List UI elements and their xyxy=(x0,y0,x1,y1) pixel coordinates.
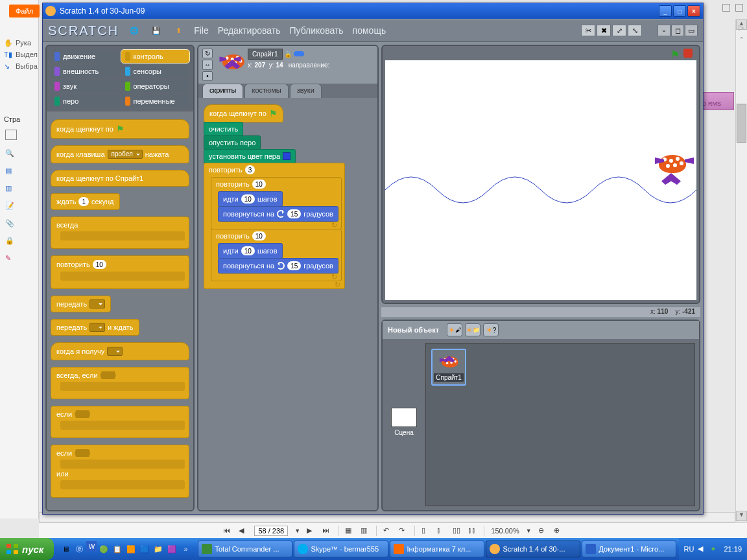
ql-desktop[interactable]: 🖥 xyxy=(59,541,72,557)
rotate-left-icon[interactable]: ↶ xyxy=(383,526,392,535)
language-icon[interactable]: 🌐 xyxy=(128,24,141,37)
block-when-key[interactable]: когда клавиша пробел нажата xyxy=(51,145,189,163)
zoom-out-icon[interactable]: ⊖ xyxy=(538,526,547,535)
stage-thumb[interactable]: Сцена xyxy=(386,343,421,506)
choose-sprite-button[interactable]: ✶📁 xyxy=(465,323,480,336)
ql-word[interactable]: W xyxy=(86,541,97,552)
block-if-else[interactable]: если или xyxy=(51,445,189,498)
tool-shrink[interactable]: ⤡ xyxy=(628,25,642,36)
sprite-name-input[interactable]: Спрайт1 xyxy=(248,49,283,60)
cat-sound[interactable]: звук xyxy=(51,80,119,93)
clock[interactable]: 21:19 xyxy=(724,545,742,553)
block-broadcast-wait[interactable]: передать и ждать xyxy=(51,319,189,336)
layers-icon[interactable]: ▤ xyxy=(5,167,17,175)
menu-edit[interactable]: Редактировать xyxy=(218,25,281,36)
block-when-flag[interactable]: когда щелкнут по ⚑ xyxy=(51,119,189,139)
view-single-icon[interactable]: ▯ xyxy=(421,526,431,535)
note-icon[interactable]: 📝 xyxy=(5,202,17,210)
stack-icon[interactable]: ▥ xyxy=(5,184,17,192)
block-wait[interactable]: ждать 1 секунд xyxy=(51,193,189,210)
block-broadcast[interactable]: передать xyxy=(51,296,189,312)
ql-app3[interactable]: 🟦 xyxy=(138,541,151,557)
view-cont-icon[interactable]: ⫿ xyxy=(437,526,446,535)
scroll-down-icon[interactable]: ▼ xyxy=(736,511,747,521)
scroll-thumb[interactable] xyxy=(737,104,746,143)
task-foxit[interactable]: Інформатика 7 кл... xyxy=(390,541,484,557)
sign-icon[interactable]: ✎ xyxy=(5,254,17,262)
lock-icon[interactable]: 🔒 xyxy=(284,51,292,58)
bg-icon-1[interactable] xyxy=(722,4,730,12)
color-swatch[interactable] xyxy=(283,152,290,160)
lock-icon[interactable]: 🔒 xyxy=(5,237,17,245)
attach-icon[interactable]: 📎 xyxy=(5,219,17,228)
cat-sensing[interactable]: сенсоры xyxy=(121,65,190,78)
tab-scripts[interactable]: скрипты xyxy=(202,84,243,98)
ql-app5[interactable]: 🟪 xyxy=(165,541,178,557)
tool-choose[interactable]: ↘Выбра xyxy=(4,62,38,71)
cat-control[interactable]: контроль xyxy=(121,50,190,63)
cat-pen[interactable]: перо xyxy=(51,95,119,108)
start-button[interactable]: пуск xyxy=(0,538,54,560)
ql-more[interactable]: » xyxy=(179,541,192,557)
rotation-lr[interactable]: ↔ xyxy=(202,60,213,69)
tool-hand[interactable]: ✋Рука xyxy=(4,39,31,48)
task-word[interactable]: Документ1 - Micro... xyxy=(582,541,676,557)
s-move2[interactable]: идти 10 шагов xyxy=(218,243,283,259)
paint-sprite-button[interactable]: ✶🖌 xyxy=(447,323,462,336)
next-page-icon[interactable]: ▶ xyxy=(307,526,316,535)
block-when-receive[interactable]: когда я получу xyxy=(51,342,189,360)
stop-button[interactable] xyxy=(683,49,693,58)
minimize-button[interactable]: _ xyxy=(659,5,672,17)
task-totalcommander[interactable]: Total Commander ... xyxy=(198,541,292,557)
maximize-button[interactable]: □ xyxy=(673,5,686,17)
save-icon[interactable]: 💾 xyxy=(150,24,163,37)
block-forever[interactable]: всегда xyxy=(51,216,189,249)
zoom-dropdown-icon[interactable]: ▼ xyxy=(526,528,532,534)
tab-sounds[interactable]: звуки xyxy=(290,84,322,98)
tool-delete[interactable]: ✖ xyxy=(597,25,611,36)
prev-page-icon[interactable]: ◀ xyxy=(239,526,248,535)
rotate-right-icon[interactable]: ↷ xyxy=(399,526,408,535)
page-dropdown-icon[interactable]: ▼ xyxy=(294,528,300,534)
background-scrollbar[interactable]: ▲ ▼ xyxy=(735,19,747,521)
tool-grow[interactable]: ⤢ xyxy=(612,25,626,36)
close-button[interactable]: × xyxy=(687,5,700,17)
task-skype[interactable]: Skype™ - bermar555 xyxy=(294,541,388,557)
last-page-icon[interactable]: ⏭ xyxy=(322,526,331,535)
script-canvas[interactable]: когда щелкнут по ⚑ очистить опустить пер… xyxy=(198,98,377,510)
s-repeat-down[interactable]: повторить 10 идти 10 шагов повернуться н… xyxy=(211,229,342,281)
page-input[interactable] xyxy=(254,526,288,536)
s-repeat-outer[interactable]: повторить 3 повторить 10 идти 10 шагов п… xyxy=(204,163,345,289)
tray-icon-2[interactable]: ● xyxy=(711,544,720,554)
cat-motion[interactable]: движение xyxy=(51,50,119,63)
first-page-icon[interactable]: ⏮ xyxy=(223,526,232,535)
s-setpencolor[interactable]: установить цвет пера xyxy=(204,149,296,163)
thumbnails-icon[interactable] xyxy=(5,130,17,140)
view-presentation[interactable]: ▭ xyxy=(685,25,698,36)
s-when-flag[interactable]: когда щелкнут по ⚑ xyxy=(204,104,283,122)
tool-select[interactable]: T▮Выдел xyxy=(4,51,38,60)
block-repeat[interactable]: повторить 10 xyxy=(51,255,189,289)
draggable-toggle[interactable] xyxy=(294,51,304,56)
s-turn-cw[interactable]: повернуться на 15 градусов xyxy=(218,258,338,274)
zoom-in-icon[interactable]: ⊕ xyxy=(554,526,563,535)
share-icon[interactable]: ⬆ xyxy=(172,24,185,37)
language-indicator[interactable]: RU xyxy=(684,545,694,553)
search-icon[interactable]: 🔍 xyxy=(5,149,17,158)
cat-operators[interactable]: операторы xyxy=(121,80,190,93)
rotation-full[interactable]: ↻ xyxy=(202,49,213,58)
menu-file[interactable]: File xyxy=(194,25,209,36)
ql-app4[interactable]: 📁 xyxy=(152,541,165,557)
sprite-item-1[interactable]: Спрайт1 xyxy=(431,349,466,386)
fit-width-icon[interactable]: ▥ xyxy=(361,526,370,535)
menu-share[interactable]: Публиковать xyxy=(289,25,343,36)
menu-help[interactable]: помощь xyxy=(353,25,386,36)
s-pendown[interactable]: опустить перо xyxy=(204,135,261,150)
fit-page-icon[interactable]: ▦ xyxy=(345,526,354,535)
block-if[interactable]: если xyxy=(51,406,189,438)
s-move1[interactable]: идти 10 шагов xyxy=(218,191,283,207)
play-icon[interactable]: ▷ xyxy=(739,23,744,32)
block-when-sprite[interactable]: когда щелкнут по Спрайт1 xyxy=(51,170,189,187)
rotation-none[interactable]: • xyxy=(202,71,213,81)
random-sprite-button[interactable]: ✶? xyxy=(483,323,499,336)
